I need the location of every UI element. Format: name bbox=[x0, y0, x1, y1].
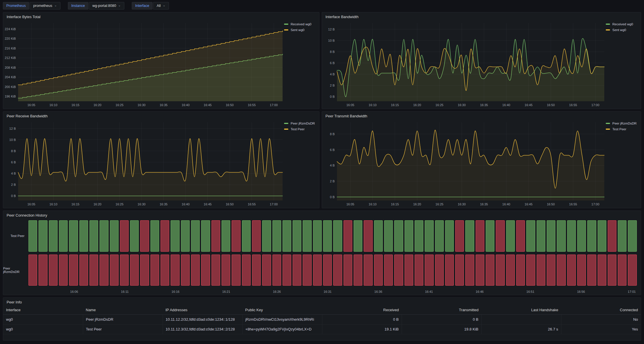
x-axis-label: 16:10 bbox=[49, 103, 58, 107]
cell-connected: No bbox=[561, 315, 641, 324]
legend-series-swatch bbox=[284, 123, 288, 124]
y-axis-label: 12 B bbox=[9, 127, 16, 130]
datasource-variable-select[interactable]: prometheus ⌄ bbox=[30, 2, 60, 9]
y-axis-label: 10 B bbox=[9, 138, 16, 142]
state-bar-disconnected bbox=[161, 255, 169, 286]
column-header-received[interactable]: Received bbox=[322, 305, 402, 315]
cell-transmitted: 0 B bbox=[402, 315, 481, 324]
legend-item[interactable]: Sent wg0 bbox=[284, 28, 319, 32]
state-bar-disconnected bbox=[496, 255, 504, 286]
legend-item[interactable]: Sent wg0 bbox=[606, 28, 641, 32]
state-bar-connected bbox=[323, 220, 332, 252]
state-bar-connected bbox=[333, 220, 342, 252]
cell-transmitted: 19.8 KiB bbox=[402, 324, 481, 334]
state-bar-connected bbox=[130, 220, 139, 252]
panel-title[interactable]: Interface Bandwidth bbox=[322, 12, 641, 20]
chart-legend: Received wg0Sent wg0 bbox=[284, 20, 319, 109]
panel-title[interactable]: Interface Bytes Total bbox=[3, 12, 319, 20]
state-bar-connected bbox=[201, 220, 210, 252]
cell-connected: Yes bbox=[561, 324, 641, 334]
datasource-variable-label[interactable]: Prometheus bbox=[3, 2, 29, 9]
state-bar-disconnected bbox=[435, 255, 444, 286]
x-axis-label: 16:21 bbox=[222, 290, 230, 293]
state-bar-connected bbox=[39, 220, 47, 252]
column-header-name[interactable]: Name bbox=[83, 305, 163, 315]
x-axis-label: 16:50 bbox=[226, 103, 234, 107]
timeline-row-label: Test Peer bbox=[3, 220, 28, 252]
column-header-interface[interactable]: Interface bbox=[3, 305, 83, 315]
x-axis-label: 16:40 bbox=[182, 103, 190, 107]
x-axis-label: 16:55 bbox=[248, 103, 256, 107]
legend-series-label: Test Peer bbox=[612, 127, 626, 131]
panel-title[interactable]: Peer Connection History bbox=[3, 211, 641, 218]
state-bar-connected bbox=[547, 220, 555, 252]
cell-name: Peer jRzmDsDR bbox=[83, 315, 163, 324]
legend-item[interactable]: Peer jRzmDsDR bbox=[606, 122, 641, 125]
instance-variable-label[interactable]: Instance bbox=[68, 2, 88, 9]
y-axis-label: 10 B bbox=[328, 39, 335, 42]
panel-title[interactable]: Peer Receive Bandwidth bbox=[3, 112, 319, 119]
x-axis-label: 16:15 bbox=[391, 202, 399, 206]
column-header-public-key[interactable]: Public Key bbox=[242, 305, 322, 315]
legend-item[interactable]: Test Peer bbox=[606, 127, 641, 131]
x-axis-label: 16:15 bbox=[391, 103, 399, 107]
x-axis-label: 16:30 bbox=[458, 103, 466, 107]
state-bar-connected bbox=[526, 220, 535, 252]
line-chart-svg: 16:0516:1016:1516:2016:2516:3016:3516:40… bbox=[322, 119, 606, 208]
datasource-variable-group: Prometheus prometheus ⌄ bbox=[3, 2, 60, 9]
state-bar-connected bbox=[557, 220, 565, 252]
column-header-last-handshake[interactable]: Last Handshake bbox=[481, 305, 561, 315]
x-axis-label: 16:50 bbox=[547, 202, 555, 206]
column-header-ip-addresses[interactable]: IP Addresses bbox=[163, 305, 242, 315]
legend-series-label: Sent wg0 bbox=[612, 28, 626, 32]
x-axis-label: 16:51 bbox=[526, 290, 534, 293]
interface-variable-label[interactable]: Interface bbox=[132, 2, 153, 9]
x-axis-label: 17:00 bbox=[591, 202, 599, 206]
panel-peer-receive-bandwidth: Peer Receive Bandwidth 16:0516:1016:1516… bbox=[3, 111, 319, 208]
state-bar-disconnected bbox=[455, 220, 464, 252]
state-bar-connected bbox=[374, 220, 383, 252]
state-bar-disconnected bbox=[486, 255, 494, 286]
state-bar-connected bbox=[425, 220, 433, 252]
series-area bbox=[18, 31, 283, 101]
legend-series-swatch bbox=[606, 29, 610, 30]
x-axis-label: 16:56 bbox=[577, 290, 585, 293]
state-bar-disconnected bbox=[333, 255, 342, 286]
state-bar-connected bbox=[394, 220, 403, 252]
legend-item[interactable]: Received wg0 bbox=[284, 22, 319, 26]
state-bar-connected bbox=[150, 220, 159, 252]
timeline-x-axis: 16:0616:1116:1616:2116:2616:3116:3616:41… bbox=[28, 289, 637, 295]
column-header-transmitted[interactable]: Transmitted bbox=[402, 305, 481, 315]
column-header-connected[interactable]: Connected bbox=[561, 305, 641, 315]
y-axis-label: 4 B bbox=[330, 72, 335, 76]
state-bar-connected bbox=[313, 220, 322, 252]
legend-item[interactable]: Peer jRzmDsDR bbox=[284, 122, 319, 125]
state-bar-disconnected bbox=[49, 255, 58, 286]
state-bar-disconnected bbox=[364, 220, 372, 252]
panel-title[interactable]: Peer Info bbox=[3, 298, 641, 305]
state-bar-connected bbox=[415, 220, 423, 252]
panel-title[interactable]: Peer Transmit Bandwidth bbox=[322, 112, 641, 119]
state-bar-disconnected bbox=[415, 255, 423, 286]
x-axis-label: 16:35 bbox=[480, 202, 488, 206]
line-chart-svg: 16:0516:1016:1516:2016:2516:3016:3516:40… bbox=[322, 20, 606, 109]
panel-body: 16:0516:1016:1516:2016:2516:3016:3516:40… bbox=[3, 20, 319, 109]
chart-legend: Peer jRzmDsDRTest Peer bbox=[284, 119, 319, 208]
cell-ip-addresses: 10.11.12.3/32,fdfd:d3ad:c0de:1234::2/128 bbox=[163, 324, 242, 334]
state-bar-disconnected bbox=[394, 255, 403, 286]
state-bar-disconnected bbox=[354, 255, 362, 286]
y-axis-label: 220 KiB bbox=[5, 37, 16, 40]
x-axis-label: 16:25 bbox=[435, 103, 443, 107]
legend-item[interactable]: Test Peer bbox=[284, 127, 319, 131]
legend-item[interactable]: Received wg0 bbox=[606, 22, 641, 26]
state-bar-disconnected bbox=[201, 255, 210, 286]
y-axis-label: 12 B bbox=[328, 28, 335, 31]
state-bar-disconnected bbox=[587, 255, 596, 286]
instance-variable-select[interactable]: wg-portal:8080 ⌄ bbox=[89, 2, 124, 9]
y-axis-label: 0 B bbox=[330, 195, 335, 199]
x-axis-label: 17:00 bbox=[270, 202, 278, 206]
dashboard-grid: Interface Bytes Total 16:0516:1016:1516:… bbox=[0, 10, 644, 344]
state-bar-connected bbox=[100, 220, 108, 252]
state-bar-disconnected bbox=[120, 255, 129, 286]
interface-variable-select[interactable]: All ⌄ bbox=[153, 2, 169, 9]
